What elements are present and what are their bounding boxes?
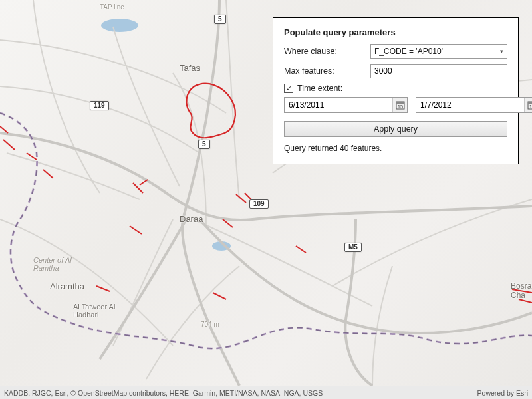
panel-title: Populate query parameters bbox=[284, 27, 507, 37]
powered-by-text: Powered by Esri bbox=[477, 389, 528, 397]
where-clause-value: F_CODE = 'AP010' bbox=[374, 47, 443, 56]
label-daraa: Daraa bbox=[180, 214, 203, 224]
attribution-text: KADDB, RJGC, Esri, © OpenStreetMap contr… bbox=[4, 389, 323, 397]
end-date-input[interactable] bbox=[416, 100, 524, 110]
apply-query-button[interactable]: Apply query bbox=[284, 121, 507, 137]
route-shield-5a: 5 bbox=[214, 15, 226, 24]
label-bosra: Bosra Cha bbox=[511, 281, 531, 300]
query-status: Query returned 40 features. bbox=[284, 144, 507, 153]
where-clause-label: Where clause: bbox=[284, 47, 364, 56]
chevron-down-icon: ▾ bbox=[500, 48, 503, 55]
svg-text:15: 15 bbox=[529, 104, 532, 109]
label-elevation-704: 704 m bbox=[201, 321, 219, 328]
svg-point-0 bbox=[101, 19, 138, 32]
label-center-al-ramtha: Center of Al Ramtha bbox=[33, 256, 72, 272]
start-date-input[interactable] bbox=[285, 100, 392, 110]
label-tafas: Tafas bbox=[180, 63, 200, 73]
where-clause-select[interactable]: F_CODE = 'AP010' ▾ bbox=[370, 44, 507, 59]
label-tap-line: TAP line bbox=[100, 3, 124, 11]
route-shield-m5: M5 bbox=[344, 243, 362, 252]
calendar-icon[interactable]: 15 bbox=[524, 98, 532, 112]
svg-rect-6 bbox=[528, 102, 533, 104]
label-al-tatweer: Al Tatweer Al Hadhari bbox=[73, 303, 115, 319]
calendar-icon[interactable]: 15 bbox=[392, 98, 407, 112]
attribution-bar: KADDB, RJGC, Esri, © OpenStreetMap contr… bbox=[0, 386, 532, 399]
route-shield-109: 109 bbox=[249, 200, 269, 209]
label-alramtha: Alramtha bbox=[50, 281, 84, 291]
route-shield-5b: 5 bbox=[198, 140, 210, 149]
max-features-input[interactable] bbox=[370, 64, 507, 78]
time-extent-label: Time extent: bbox=[297, 84, 342, 93]
end-date-field[interactable]: 15 bbox=[416, 97, 532, 113]
svg-rect-3 bbox=[396, 102, 404, 104]
max-features-label: Max features: bbox=[284, 66, 364, 76]
query-panel: Populate query parameters Where clause: … bbox=[273, 17, 519, 164]
time-extent-checkbox[interactable]: ✓ bbox=[284, 84, 293, 93]
start-date-field[interactable]: 15 bbox=[284, 97, 408, 113]
route-shield-119: 119 bbox=[90, 101, 109, 110]
svg-text:15: 15 bbox=[398, 104, 403, 109]
